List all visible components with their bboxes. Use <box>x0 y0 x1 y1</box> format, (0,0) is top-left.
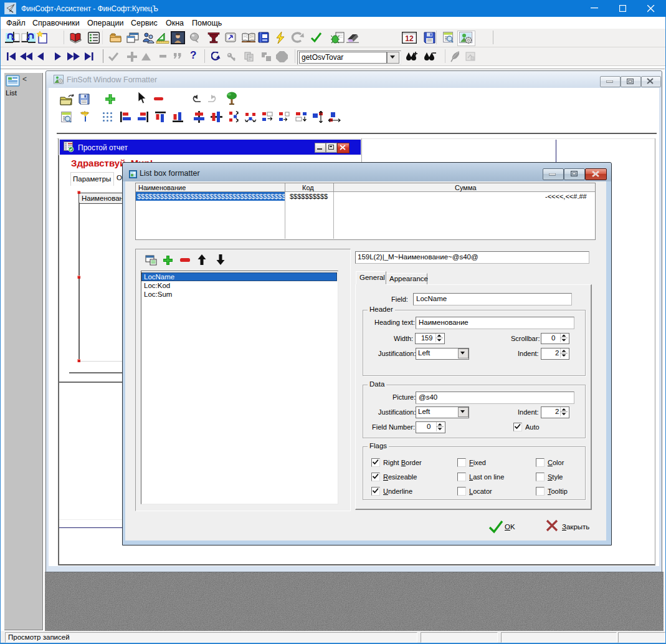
svg-text:12: 12 <box>405 34 414 43</box>
